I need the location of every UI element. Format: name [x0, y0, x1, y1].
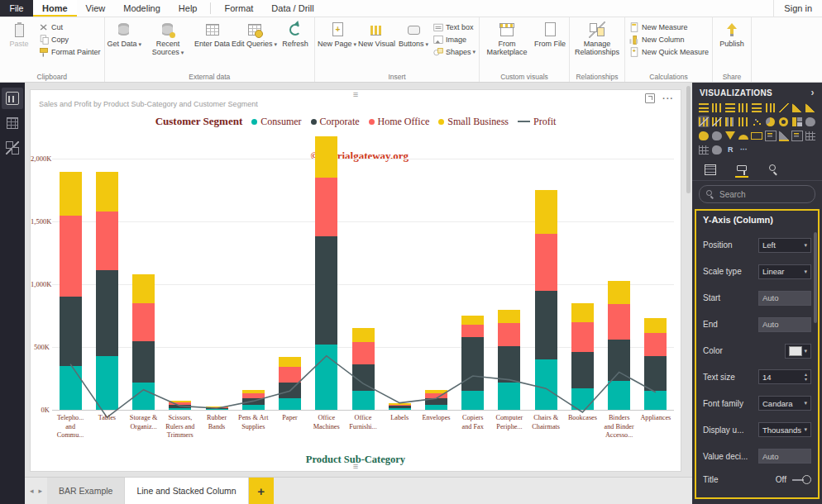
visual-drag-handle-bottom[interactable]: ≡	[353, 462, 358, 471]
stacked-column-chart-icon[interactable]	[711, 102, 723, 113]
menu-tab-home[interactable]: Home	[33, 0, 77, 17]
fields-pane-tab[interactable]	[702, 162, 719, 177]
menu-tab-modeling[interactable]: Modeling	[114, 0, 170, 17]
shape-map-icon[interactable]	[711, 130, 723, 141]
spinner-arrows-icon[interactable]: ▴▾	[805, 372, 807, 382]
page-tab-bar-example[interactable]: BAR Example	[47, 478, 125, 504]
focus-mode-icon[interactable]	[645, 93, 655, 103]
map-icon[interactable]	[805, 116, 816, 127]
image-button[interactable]: Image	[433, 35, 476, 45]
prev-page-icon[interactable]: ◂	[30, 487, 34, 495]
multi-row-card-icon[interactable]	[765, 130, 777, 141]
report-canvas[interactable]: ≡ ··· Sales and Profit by Product Sub-Ca…	[25, 83, 692, 477]
text-size-stepper[interactable]: 14▴▾	[758, 369, 811, 384]
legend-item-profit[interactable]: Profit	[518, 116, 556, 128]
legend-item-small-business[interactable]: Small Business	[438, 116, 509, 128]
refresh-button[interactable]: Refresh	[278, 20, 313, 50]
filled-map-icon[interactable]	[698, 130, 710, 141]
display-u-dropdown[interactable]: Thousands▾	[758, 422, 811, 437]
gauge-icon[interactable]	[738, 130, 749, 141]
format-pane-scrollbar[interactable]	[814, 232, 817, 323]
get-data-button[interactable]: Get Data ▾	[107, 20, 143, 50]
card-icon[interactable]	[751, 130, 762, 141]
model-view-button[interactable]	[2, 137, 23, 159]
stacked-bar-chart-icon[interactable]	[698, 102, 710, 113]
from-file-button[interactable]: From File	[533, 20, 567, 50]
menu-tab-help[interactable]: Help	[170, 0, 207, 17]
new-column-button[interactable]: New Column	[628, 35, 709, 45]
value-deci-input[interactable]: Auto	[758, 449, 811, 464]
waterfall-chart-icon[interactable]	[738, 116, 749, 127]
profit-line[interactable]	[52, 136, 674, 410]
clustered-column-chart-icon[interactable]	[738, 102, 749, 113]
menu-tab-view[interactable]: View	[77, 0, 115, 17]
area-chart-icon[interactable]	[791, 102, 803, 113]
table-icon[interactable]	[805, 130, 816, 141]
funnel-chart-icon[interactable]	[724, 130, 736, 141]
canvas-scrollbar[interactable]	[686, 86, 691, 193]
pie-chart-icon[interactable]	[765, 116, 777, 127]
end-input[interactable]: Auto	[758, 317, 811, 332]
line-chart-icon[interactable]	[778, 102, 790, 113]
100-stacked-column-chart-icon[interactable]	[765, 102, 777, 113]
next-page-icon[interactable]: ▸	[39, 487, 43, 495]
paste-button[interactable]: Paste	[2, 20, 36, 50]
r-script-visual-icon[interactable]: R	[724, 144, 736, 155]
arcgis-map-icon[interactable]	[711, 144, 723, 155]
stacked-area-chart-icon[interactable]	[805, 102, 816, 113]
from-marketplace-button[interactable]: From Marketplace	[481, 20, 533, 59]
legend-item-home-office[interactable]: Home Office	[369, 116, 430, 128]
file-menu-button[interactable]: File	[0, 0, 33, 17]
collapse-panel-icon[interactable]: ›	[811, 88, 815, 97]
search-input[interactable]: Search	[699, 185, 815, 203]
clustered-bar-chart-icon[interactable]	[724, 102, 736, 113]
publish-button[interactable]: Publish	[714, 20, 749, 50]
new-quick-measure-button[interactable]: New Quick Measure	[628, 47, 709, 57]
more-visuals-icon[interactable]: ···	[738, 144, 749, 155]
color-picker[interactable]: ▾	[785, 344, 811, 359]
cut-button[interactable]: Cut	[38, 22, 101, 32]
slicer-icon[interactable]	[791, 130, 803, 141]
enter-data-button[interactable]: Enter Data	[194, 20, 231, 50]
scatter-chart-icon[interactable]	[751, 116, 762, 127]
legend-item-corporate[interactable]: Corporate	[311, 116, 360, 128]
100-stacked-bar-chart-icon[interactable]	[751, 102, 762, 113]
ribbon-chart-icon[interactable]	[724, 116, 736, 127]
analytics-pane-tab[interactable]	[765, 162, 781, 177]
manage-relationships-button[interactable]: Manage Relationships	[571, 20, 623, 59]
position-dropdown[interactable]: Left▾	[758, 238, 811, 253]
edit-queries-button[interactable]: Edit Queries ▾	[231, 20, 278, 50]
donut-chart-icon[interactable]	[778, 116, 790, 127]
text-box-button[interactable]: Text box	[433, 22, 476, 32]
shapes-button[interactable]: Shapes▾	[433, 47, 476, 57]
new-page-button[interactable]: +	[249, 478, 274, 504]
matrix-icon[interactable]	[698, 144, 710, 155]
format-pane-tab[interactable]	[734, 162, 750, 177]
menu-tab-format[interactable]: Format	[215, 0, 262, 17]
font-family-dropdown[interactable]: Candara▾	[758, 396, 811, 411]
line-and-stacked-column-chart-icon[interactable]	[698, 116, 710, 127]
line-stacked-column-visual[interactable]: ≡ ··· Sales and Profit by Product Sub-Ca…	[30, 89, 681, 472]
scale-type-dropdown[interactable]: Linear▾	[758, 264, 811, 279]
format-section-title[interactable]: Y-Axis (Column)	[696, 211, 818, 226]
treemap-icon[interactable]	[791, 116, 803, 127]
page-tab-line-and-stacked-column[interactable]: Line and Stacked Column	[125, 478, 248, 504]
menu-tab-data-drill[interactable]: Data / Drill	[262, 0, 323, 17]
title-toggle[interactable]	[791, 475, 811, 484]
line-and-clustered-column-chart-icon[interactable]	[711, 116, 723, 127]
start-input[interactable]: Auto	[758, 291, 811, 306]
buttons-button[interactable]: Buttons ▾	[396, 20, 431, 50]
sign-in-button[interactable]: Sign in	[773, 0, 822, 17]
recent-sources-button[interactable]: Recent Sources ▾	[142, 20, 194, 59]
kpi-icon[interactable]	[778, 130, 790, 141]
new-visual-button[interactable]: New Visual	[357, 20, 396, 50]
visual-drag-handle-top[interactable]: ≡	[353, 90, 358, 99]
data-view-button[interactable]	[2, 112, 23, 134]
more-options-icon[interactable]: ···	[662, 94, 674, 103]
legend-item-consumer[interactable]: Consumer	[251, 116, 301, 128]
report-view-button[interactable]	[2, 88, 23, 109]
format-painter-button[interactable]: Format Painter	[38, 47, 101, 57]
copy-button[interactable]: Copy	[38, 35, 101, 45]
new-measure-button[interactable]: New Measure	[628, 22, 709, 32]
new-page-button[interactable]: New Page ▾	[317, 20, 357, 50]
